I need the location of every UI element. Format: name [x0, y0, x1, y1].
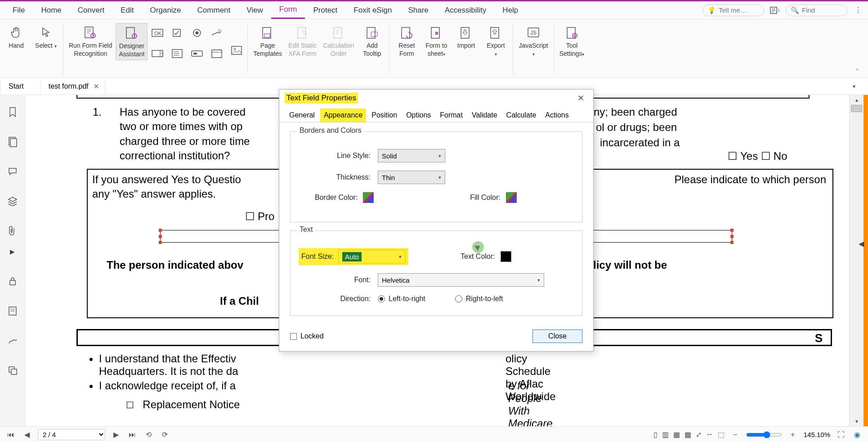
designer-assistant-button[interactable]: Designer Assistant [116, 23, 148, 60]
fit-page-icon[interactable]: ⬚ [718, 430, 725, 439]
last-page-icon[interactable]: ⏭ [127, 431, 138, 439]
export-button[interactable]: Export▾ [481, 23, 510, 59]
text-field-icon[interactable]: OK [149, 25, 166, 41]
image-field-icon[interactable] [228, 42, 245, 59]
single-page-icon[interactable]: ▯ [653, 430, 658, 439]
font-size-combo[interactable]: Auto▾ [338, 250, 406, 263]
fit-width-icon[interactable]: ↔ [706, 430, 713, 439]
close-button[interactable]: Close [532, 329, 582, 343]
menu-protect[interactable]: Protect [305, 2, 345, 18]
pages-icon[interactable] [6, 135, 19, 148]
signature-field-icon[interactable] [209, 25, 225, 41]
tab-position[interactable]: Position [368, 108, 401, 122]
line-style-combo[interactable]: Solid▾ [378, 149, 445, 162]
sign-panel-icon[interactable] [6, 334, 19, 347]
bookmark-settings-icon[interactable] [770, 5, 780, 16]
first-page-icon[interactable]: ⏮ [5, 431, 16, 439]
button-field-icon[interactable] [189, 45, 205, 62]
tab-format[interactable]: Format [436, 108, 466, 122]
two-page-icon[interactable]: ▦ [673, 430, 680, 439]
date-field-icon[interactable] [209, 45, 225, 62]
tell-me-search[interactable]: 💡 [702, 5, 764, 16]
scroll-down-icon[interactable]: ▾ [850, 418, 864, 424]
next-page-icon[interactable]: ▶ [111, 430, 121, 439]
dialog-close-icon[interactable]: ✕ [574, 91, 588, 105]
tab-validate[interactable]: Validate [468, 108, 501, 122]
zoom-slider[interactable] [746, 431, 782, 438]
menu-share[interactable]: Share [400, 2, 436, 18]
menu-organize[interactable]: Organize [142, 2, 189, 18]
tab-document[interactable]: test form.pdf ✕ [40, 79, 105, 94]
tab-appearance[interactable]: Appearance [320, 108, 366, 122]
scroll-thumb[interactable] [851, 105, 862, 112]
menu-edit[interactable]: Edit [112, 2, 142, 18]
fullscreen-icon[interactable]: ⛶ [836, 431, 846, 439]
tab-calculate[interactable]: Calculate [503, 108, 540, 122]
bookmarks-icon[interactable] [6, 106, 19, 118]
zoom-out-icon[interactable]: − [730, 431, 741, 439]
dialog-titlebar[interactable]: Text Field Properties ✕ [279, 90, 593, 107]
close-tab-icon[interactable]: ✕ [94, 82, 99, 90]
thickness-combo[interactable]: Thin▾ [378, 171, 445, 184]
tabs-overflow-icon[interactable]: ▾ [853, 83, 855, 90]
menu-view[interactable]: View [238, 2, 271, 18]
prev-page-icon[interactable]: ◀ [22, 430, 32, 439]
continuous-icon[interactable]: ▥ [662, 430, 669, 439]
menu-form[interactable]: Form [271, 1, 305, 19]
two-continuous-icon[interactable]: ▩ [685, 430, 691, 439]
duplicate-icon[interactable] [6, 364, 19, 377]
combo-field-icon[interactable] [149, 45, 166, 62]
add-tooltip-button[interactable]: Add Tooltip [358, 23, 386, 59]
zoom-in-icon[interactable]: + [787, 431, 798, 439]
menu-file[interactable]: File [4, 2, 33, 18]
fit-height-icon[interactable]: ⤢ [696, 430, 702, 439]
select-tool-button[interactable]: Select ▾ [31, 23, 60, 52]
page-selector[interactable]: 2 / 4 [38, 429, 105, 440]
fields-icon[interactable] [6, 305, 19, 317]
list-field-icon[interactable] [169, 45, 185, 62]
more-menu-icon[interactable]: ⋮ [853, 5, 864, 16]
border-color-swatch[interactable] [363, 192, 374, 203]
checkbox-field-icon[interactable] [169, 25, 185, 41]
locked-checkbox[interactable]: Locked [290, 332, 324, 340]
fill-color-swatch[interactable] [506, 192, 517, 203]
tab-start[interactable]: Start [0, 79, 40, 94]
menu-help[interactable]: Help [494, 2, 526, 18]
collapse-panel-icon[interactable]: ◀ [858, 239, 864, 248]
hand-tool-button[interactable]: Hand [2, 23, 31, 52]
javascript-button[interactable]: JS JavaScript▾ [516, 23, 550, 59]
rtl-radio[interactable]: Right-to-left [455, 295, 503, 303]
menu-foxit-esign[interactable]: Foxit eSign [345, 2, 400, 18]
layers-icon[interactable] [6, 195, 19, 207]
form-to-sheet-button[interactable]: Form to sheet▾ [422, 23, 451, 59]
page-templates-button[interactable]: Page Templates [251, 23, 285, 59]
find-input[interactable] [802, 6, 842, 14]
help-badge-icon[interactable]: ◉ [852, 430, 863, 439]
import-button[interactable]: Import [452, 23, 480, 59]
tool-settings-button[interactable]: Tool Settings▾ [557, 23, 587, 59]
radio-field-icon[interactable] [189, 25, 205, 41]
scroll-up-icon[interactable]: ▴ [850, 97, 864, 103]
find-search[interactable]: 🔍 [786, 5, 847, 16]
yes-no-checkboxes[interactable]: ☐Yes ☐No [728, 149, 787, 163]
tab-options[interactable]: Options [403, 108, 434, 122]
menu-home[interactable]: Home [33, 2, 69, 18]
run-form-recognition-button[interactable]: Run Form Field Recognition [66, 23, 115, 60]
menu-accessibility[interactable]: Accessibility [437, 2, 495, 18]
ltr-radio[interactable]: Left-to-right [378, 295, 425, 303]
expand-rail-icon[interactable]: ▶ [6, 245, 19, 258]
attachments-icon[interactable] [6, 225, 19, 237]
tab-actions[interactable]: Actions [541, 108, 572, 122]
reset-form-button[interactable]: Reset Form [392, 23, 421, 59]
text-color-swatch[interactable] [501, 251, 511, 262]
zoom-percentage[interactable]: 145.10% [804, 431, 830, 438]
font-combo[interactable]: Helvetica▾ [378, 273, 544, 287]
tell-me-input[interactable] [719, 6, 759, 14]
tab-general[interactable]: General [286, 108, 318, 122]
collapse-ribbon-icon[interactable]: ⌃ [848, 65, 866, 77]
rotate-ccw-icon[interactable]: ⟲ [143, 430, 154, 439]
vertical-scrollbar[interactable]: ▴ ◀ ▾ [849, 95, 864, 426]
menu-comment[interactable]: Comment [189, 2, 239, 18]
pro-checkbox[interactable]: ☐Pro [245, 209, 274, 224]
comments-icon[interactable] [6, 165, 19, 178]
